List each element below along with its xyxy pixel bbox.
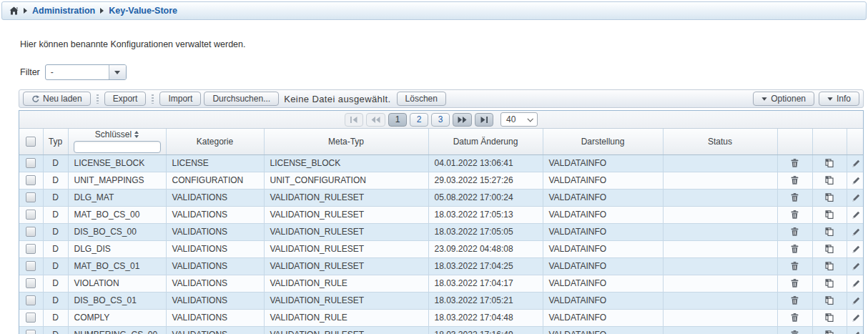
delete-row-button[interactable] xyxy=(778,310,812,326)
column-header-edit xyxy=(847,129,864,154)
row-checkbox[interactable] xyxy=(26,278,36,288)
copy-row-button[interactable] xyxy=(813,224,847,240)
key-value-table-container: 1 2 3 40 Typ Schlüssel xyxy=(19,110,864,334)
copy-icon xyxy=(825,193,834,202)
select-all-checkbox[interactable] xyxy=(26,137,36,147)
delete-row-button[interactable] xyxy=(778,155,812,172)
edit-row-button[interactable] xyxy=(847,190,864,206)
copy-row-button[interactable] xyxy=(813,155,847,172)
row-checkbox[interactable] xyxy=(26,261,36,271)
delete-row-button[interactable] xyxy=(778,241,812,257)
cell-datum: 18.03.2022 17:05:13 xyxy=(428,206,543,223)
paginator-page-1[interactable]: 1 xyxy=(388,113,407,127)
table-row: D DLG_MAT VALIDATIONS VALIDATION_RULESET… xyxy=(19,189,864,206)
cell-kategorie: VALIDATIONS xyxy=(166,206,264,223)
home-icon[interactable] xyxy=(9,6,19,15)
info-menu-button[interactable]: Info xyxy=(819,92,859,106)
filter-dropdown-button[interactable] xyxy=(109,65,126,79)
paginator-first-button[interactable] xyxy=(345,113,363,127)
row-checkbox[interactable] xyxy=(26,210,36,220)
cell-kategorie: LICENSE xyxy=(166,154,264,172)
edit-row-button[interactable] xyxy=(847,310,864,326)
pencil-icon xyxy=(852,331,860,334)
breadcrumb-separator-icon xyxy=(24,8,27,14)
delete-row-button[interactable] xyxy=(778,327,812,334)
edit-row-button[interactable] xyxy=(847,224,864,240)
import-button-label: Import xyxy=(168,94,192,104)
chevron-down-icon xyxy=(827,97,832,101)
delete-row-button[interactable] xyxy=(778,275,812,292)
row-checkbox[interactable] xyxy=(26,227,36,237)
cell-datum: 18.03.2022 17:05:21 xyxy=(428,292,543,309)
copy-row-button[interactable] xyxy=(813,293,847,309)
trash-icon xyxy=(791,176,799,185)
edit-row-button[interactable] xyxy=(847,155,864,172)
cell-darstellung: VALDATAINFO xyxy=(543,326,663,334)
cell-typ: D xyxy=(43,223,68,240)
cell-datum: 23.09.2022 04:48:08 xyxy=(428,240,543,257)
breadcrumb-item-administration[interactable]: Administration xyxy=(32,6,95,16)
cell-metatyp: VALIDATION_RULESET xyxy=(264,292,428,309)
cell-darstellung: VALDATAINFO xyxy=(543,257,663,275)
delete-row-button[interactable] xyxy=(778,207,812,223)
trash-icon xyxy=(791,330,799,334)
delete-row-button[interactable] xyxy=(778,224,812,240)
column-header-schluessel-label[interactable]: Schlüssel xyxy=(95,129,132,139)
cell-kategorie: VALIDATIONS xyxy=(166,292,264,309)
copy-row-button[interactable] xyxy=(813,258,847,275)
cell-status xyxy=(663,275,777,292)
paginator-last-button[interactable] xyxy=(475,113,493,127)
row-checkbox[interactable] xyxy=(26,244,36,254)
edit-row-button[interactable] xyxy=(847,172,864,189)
table-row: D MAT_BO_CS_01 VALIDATIONS VALIDATION_RU… xyxy=(19,257,864,275)
paginator-page-3[interactable]: 3 xyxy=(431,113,450,127)
paginator-next-button[interactable] xyxy=(453,113,472,127)
import-button[interactable]: Import xyxy=(159,92,201,106)
row-checkbox[interactable] xyxy=(26,175,36,185)
cell-kategorie: VALIDATIONS xyxy=(166,309,264,326)
page-size-select[interactable]: 40 xyxy=(500,112,538,127)
cell-typ: D xyxy=(43,326,68,334)
delete-row-button[interactable] xyxy=(778,293,812,309)
delete-row-button[interactable] xyxy=(778,190,812,206)
schluessel-filter-input[interactable] xyxy=(74,141,161,153)
copy-row-button[interactable] xyxy=(813,327,847,334)
copy-icon xyxy=(825,279,834,288)
table-row: D VIOLATION VALIDATIONS VALIDATION_RULE … xyxy=(19,275,864,292)
row-checkbox[interactable] xyxy=(26,313,36,323)
edit-row-button[interactable] xyxy=(847,258,864,275)
browse-file-button[interactable]: Durchsuchen... xyxy=(204,92,279,106)
delete-row-button[interactable] xyxy=(778,172,812,189)
table-body: D LICENSE_BLOCK LICENSE LICENSE_BLOCK 04… xyxy=(19,154,864,334)
row-checkbox[interactable] xyxy=(26,192,36,202)
paginator-prev-button[interactable] xyxy=(366,113,385,127)
delete-button[interactable]: Löschen xyxy=(397,92,446,106)
edit-row-button[interactable] xyxy=(847,327,864,334)
delete-row-button[interactable] xyxy=(778,258,812,275)
paginator-page-2[interactable]: 2 xyxy=(410,113,428,127)
breadcrumb-item-key-value-store[interactable]: Key-Value-Store xyxy=(109,6,177,16)
row-checkbox[interactable] xyxy=(26,158,36,168)
row-checkbox[interactable] xyxy=(26,330,36,334)
trash-icon xyxy=(791,227,799,236)
copy-row-button[interactable] xyxy=(813,207,847,223)
copy-row-button[interactable] xyxy=(813,190,847,206)
cell-status xyxy=(663,257,777,275)
edit-row-button[interactable] xyxy=(847,275,864,292)
reload-button[interactable]: Neu laden xyxy=(23,92,91,106)
cell-schluessel: DLG_MAT xyxy=(68,189,166,206)
copy-row-button[interactable] xyxy=(813,172,847,189)
edit-row-button[interactable] xyxy=(847,241,864,257)
row-checkbox[interactable] xyxy=(26,295,36,305)
edit-row-button[interactable] xyxy=(847,207,864,223)
copy-row-button[interactable] xyxy=(813,241,847,257)
copy-row-button[interactable] xyxy=(813,275,847,292)
filter-dropdown[interactable]: - xyxy=(45,64,127,80)
cell-schluessel: LICENSE_BLOCK xyxy=(68,154,166,172)
browse-file-button-label: Durchsuchen... xyxy=(212,94,270,104)
export-button[interactable]: Export xyxy=(104,92,147,106)
edit-row-button[interactable] xyxy=(847,293,864,309)
options-menu-button[interactable]: Optionen xyxy=(753,92,814,106)
copy-row-button[interactable] xyxy=(813,310,847,326)
sort-icon[interactable] xyxy=(134,131,139,138)
